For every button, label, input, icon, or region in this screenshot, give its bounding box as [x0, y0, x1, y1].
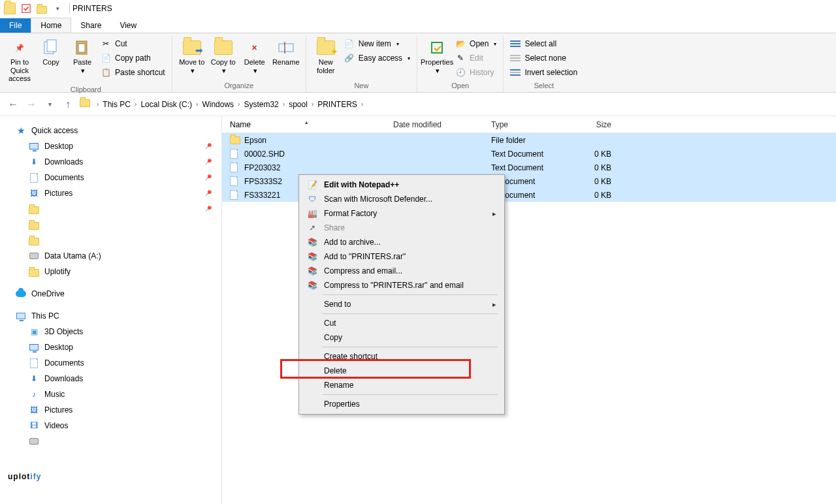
qat-dropdown-icon[interactable]: ▾ — [51, 2, 64, 15]
delete-button[interactable]: ✕ Delete▾ — [239, 36, 270, 76]
open-button[interactable]: 📂Open▾ — [453, 37, 499, 50]
svg-rect-0 — [22, 5, 30, 12]
sidebar-item-this-pc[interactable]: This PC — [7, 308, 221, 324]
breadcrumb[interactable]: PRINTERS — [315, 100, 360, 109]
column-header-type[interactable]: Type — [491, 120, 570, 129]
sidebar-item-documents-pc[interactable]: Documents — [7, 355, 221, 371]
title-bar: ▾ PRINTERS — [0, 0, 836, 17]
sidebar-item-folder[interactable] — [7, 232, 221, 248]
forward-button[interactable]: → — [22, 99, 40, 110]
qat-checkbox-icon[interactable] — [20, 2, 33, 15]
copy-button[interactable]: Copy — [35, 36, 67, 68]
chevron-right-icon[interactable]: › — [281, 101, 286, 108]
sidebar-item-videos[interactable]: 🎞Videos — [7, 418, 221, 433]
file-row[interactable]: 00002.SHD Text Document 0 KB — [222, 147, 836, 161]
pin-quick-access-button[interactable]: 📌 Pin to Quick access — [4, 36, 35, 84]
copy-path-button[interactable]: 📄Copy path — [98, 52, 168, 65]
chevron-right-icon[interactable]: › — [95, 101, 100, 108]
new-folder-button[interactable]: ✦ New folder — [310, 36, 342, 76]
easy-access-button[interactable]: 🔗Easy access▾ — [342, 52, 413, 65]
rename-button[interactable]: Rename — [270, 36, 302, 68]
context-item-send-to[interactable]: Send to▸ — [300, 297, 503, 311]
window-title: PRINTERS — [72, 4, 112, 13]
context-item-add-archive[interactable]: 📚Add to archive... — [300, 235, 503, 249]
context-item-format-factory[interactable]: 🏭Format Factory▸ — [300, 206, 503, 221]
sidebar-item-desktop-pc[interactable]: Desktop — [7, 339, 221, 355]
qat-folder-icon[interactable] — [35, 2, 48, 15]
context-item-cut[interactable]: Cut — [300, 316, 503, 330]
tab-view[interactable]: View — [110, 18, 146, 33]
sidebar-item-data-utama[interactable]: Data Utama (A:) — [7, 248, 221, 264]
context-item-compress-printers-email[interactable]: 📚Compress to "PRINTERS.rar" and email — [300, 278, 503, 292]
properties-button[interactable]: Properties▾ — [421, 36, 453, 76]
history-icon: 🕘 — [455, 67, 466, 78]
context-item-rename[interactable]: Rename — [300, 378, 503, 392]
context-item-compress-email[interactable]: 📚Compress and email... — [300, 264, 503, 278]
up-button[interactable]: ↑ — [59, 99, 77, 110]
sidebar-item-quick-access[interactable]: ★Quick access — [7, 123, 221, 138]
select-all-button[interactable]: Select all — [507, 37, 580, 50]
invert-selection-button[interactable]: Invert selection — [507, 66, 580, 79]
context-item-properties[interactable]: Properties — [300, 397, 503, 411]
history-button[interactable]: 🕘History — [453, 66, 499, 79]
chevron-right-icon[interactable]: › — [310, 101, 315, 108]
sidebar-item-folder[interactable]: 📍 — [7, 201, 221, 217]
recent-dropdown[interactable]: ▾ — [40, 101, 59, 108]
chevron-right-icon[interactable]: › — [236, 101, 241, 108]
sidebar-item-desktop[interactable]: Desktop📍 — [7, 138, 221, 154]
breadcrumb[interactable]: spool — [286, 100, 310, 109]
select-none-button[interactable]: Select none — [507, 52, 580, 65]
sidebar-item-downloads-pc[interactable]: ⬇Downloads — [7, 371, 221, 386]
column-header-name[interactable]: Name▴ — [230, 120, 393, 129]
paste-shortcut-button[interactable]: 📋Paste shortcut — [98, 66, 168, 79]
column-header-date[interactable]: Date modified — [393, 120, 491, 129]
column-header-size[interactable]: Size — [570, 120, 615, 129]
disk-icon — [29, 436, 39, 447]
new-item-button[interactable]: 📄New item▾ — [342, 37, 413, 50]
sidebar-item-pictures[interactable]: 🖼Pictures📍 — [7, 185, 221, 201]
sidebar-item-uplotify[interactable]: Uplotify — [7, 264, 221, 279]
context-item-edit-npp[interactable]: 📝Edit with Notepad++ — [300, 178, 503, 192]
tab-home[interactable]: Home — [31, 18, 71, 33]
paste-button[interactable]: Paste ▾ — [67, 36, 98, 76]
ribbon-group-open: Properties▾ 📂Open▾ ✎Edit 🕘History Open — [417, 36, 504, 92]
cube-icon: ▣ — [29, 326, 39, 337]
back-button[interactable]: ← — [4, 99, 22, 110]
properties-icon — [431, 42, 443, 54]
copy-to-button[interactable]: Copy to▾ — [208, 36, 239, 76]
context-item-delete[interactable]: Delete — [300, 364, 503, 378]
sidebar-item-folder[interactable] — [7, 217, 221, 232]
breadcrumb[interactable]: This PC — [100, 100, 133, 109]
sidebar-item-onedrive[interactable]: OneDrive — [7, 286, 221, 302]
context-item-share[interactable]: ↗Share — [300, 221, 503, 235]
chevron-right-icon[interactable]: › — [195, 101, 199, 108]
breadcrumb[interactable]: Local Disk (C:) — [138, 100, 195, 109]
move-to-button[interactable]: ➡ Move to▾ — [176, 36, 208, 76]
select-none-icon — [510, 53, 521, 63]
cut-button[interactable]: ✂Cut — [98, 37, 168, 50]
scissors-icon: ✂ — [101, 39, 111, 49]
paste-label: Paste — [73, 58, 91, 67]
context-item-create-shortcut[interactable]: Create shortcut — [300, 349, 503, 364]
breadcrumb[interactable]: Windows — [199, 100, 236, 109]
file-row[interactable]: FP203032 Text Document 0 KB — [222, 161, 836, 174]
context-item-copy[interactable]: Copy — [300, 330, 503, 345]
chevron-right-icon[interactable]: › — [133, 101, 138, 108]
winrar-icon: 📚 — [307, 266, 317, 276]
sidebar-item-documents[interactable]: Documents📍 — [7, 170, 221, 185]
sidebar-item-downloads[interactable]: ⬇Downloads📍 — [7, 154, 221, 170]
context-item-scan[interactable]: 🛡Scan with Microsoft Defender... — [300, 192, 503, 206]
pin-icon: 📍 — [201, 140, 214, 152]
tab-share[interactable]: Share — [71, 18, 110, 33]
sidebar-item-3d-objects[interactable]: ▣3D Objects — [7, 324, 221, 339]
file-row[interactable]: Epson File folder — [222, 133, 836, 147]
sidebar-item-music[interactable]: ♪Music — [7, 386, 221, 402]
chevron-right-icon[interactable]: › — [360, 101, 364, 108]
breadcrumb[interactable]: System32 — [241, 100, 281, 109]
edit-button[interactable]: ✎Edit — [453, 52, 499, 65]
context-item-add-printers-rar[interactable]: 📚Add to "PRINTERS.rar" — [300, 249, 503, 264]
tab-file[interactable]: File — [0, 18, 31, 33]
sidebar-item-disk[interactable] — [7, 433, 221, 449]
sidebar-item-pictures-pc[interactable]: 🖼Pictures — [7, 402, 221, 418]
desktop-icon — [29, 342, 39, 353]
